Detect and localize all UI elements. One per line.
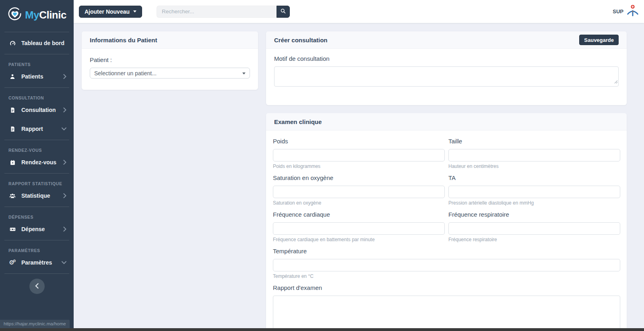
document-icon (8, 107, 17, 113)
freq-respiratoire-label: Fréquence respiratoire (448, 211, 620, 218)
users-group-icon (8, 192, 17, 199)
search-input[interactable] (157, 6, 277, 18)
exam-card-header: Examen clinique (266, 113, 627, 130)
divider (4, 273, 69, 274)
motif-textarea[interactable] (274, 66, 619, 87)
dashboard-icon (8, 40, 17, 47)
heart-logo-icon (7, 6, 23, 23)
temperature-label: Température (273, 248, 620, 254)
freq-respiratoire-input[interactable] (448, 222, 620, 235)
patient-select-value: Selectionner un patient... (94, 70, 157, 77)
rapport-examen-textarea[interactable] (273, 296, 620, 331)
poids-label: Poids (273, 138, 445, 145)
sidebar-item-label: Dépense (21, 226, 45, 232)
add-new-button[interactable]: Ajouter Nouveau (79, 6, 142, 18)
sidebar-item-depense[interactable]: Dépense (0, 221, 74, 237)
sidebar-collapse-button[interactable] (29, 279, 45, 294)
sidebar-item-consultation[interactable]: Consultation (0, 102, 74, 118)
field-poids: Poids Poids en kilogrammes (273, 138, 445, 169)
freq-cardiaque-label: Fréquence cardiaque (273, 211, 445, 218)
divider (4, 173, 69, 174)
field-taille: Taille Hauteur en centimètres (448, 138, 620, 169)
saturation-helper: Saturation en oxygène (273, 200, 445, 206)
field-freq-cardiaque: Fréquence cardiaque Fréquence cardiaque … (273, 211, 445, 242)
user-name: SUP (613, 8, 623, 14)
sidebar-item-label: Tableau de bord (21, 40, 64, 46)
user-menu[interactable]: SUP (613, 4, 639, 19)
browser-status-link: https://hajar.myclinic.ma/home (0, 320, 70, 328)
create-consultation-card: Créer consultation Sauvegarde Motif de c… (266, 31, 627, 105)
freq-cardiaque-helper: Fréquence cardiaque en battements par mi… (273, 237, 445, 242)
consultation-card-header: Créer consultation Sauvegarde (266, 31, 627, 49)
sidebar-item-patients[interactable]: Patients (0, 68, 74, 85)
saturation-input[interactable] (273, 186, 445, 198)
chevron-left-icon (35, 283, 39, 290)
calendar-icon (8, 159, 17, 166)
sidebar-section-consultation: CONSULTATION (0, 91, 74, 102)
saturation-label: Saturation en oxygène (273, 174, 445, 181)
sidebar-item-label: Paramètres (21, 259, 52, 266)
patient-select[interactable]: Selectionner un patient... (90, 68, 250, 79)
patient-select-label: Patient : (90, 56, 250, 63)
topbar: Ajouter Nouveau SUP (74, 0, 644, 23)
taille-label: Taille (448, 138, 620, 145)
save-button[interactable]: Sauvegarde (579, 35, 619, 45)
sidebar-section-rendezvous: RENDEZ-VOUS (0, 143, 74, 154)
sidebar-item-rapport[interactable]: Rapport (0, 121, 74, 137)
consultation-card-title: Créer consultation (274, 37, 328, 43)
chevron-right-icon (63, 193, 66, 198)
divider (4, 87, 69, 88)
freq-cardiaque-input[interactable] (273, 222, 445, 235)
taille-input[interactable] (448, 149, 620, 161)
search-group (157, 6, 290, 18)
app-title: MyClinic (25, 9, 66, 21)
sidebar-section-parametres: PARAMÈTRES (0, 243, 74, 254)
field-freq-respiratoire: Fréquence respiratoire Fréquence respira… (448, 211, 620, 242)
divider (4, 207, 69, 207)
ta-label: TA (448, 174, 620, 181)
divider (4, 140, 69, 140)
divider (4, 240, 69, 240)
chevron-right-icon (63, 160, 66, 165)
taille-helper: Hauteur en centimètres (448, 163, 620, 169)
resize-grip-icon[interactable] (614, 78, 618, 85)
temperature-input[interactable] (273, 259, 620, 271)
sidebar-item-rendezvous[interactable]: Rendez-vous (0, 154, 74, 170)
patient-icon (8, 73, 17, 80)
motif-label: Motif de consultation (274, 55, 619, 62)
divider (4, 54, 69, 54)
chevron-right-icon (63, 227, 66, 232)
select-caret-icon (242, 72, 246, 74)
poids-helper: Poids en kilogrammes (273, 163, 445, 169)
sidebar-item-dashboard[interactable]: Tableau de bord (0, 35, 74, 51)
bottom-window-edge (0, 328, 644, 331)
sidebar-item-label: Consultation (21, 107, 56, 113)
money-icon (8, 226, 17, 233)
chevron-down-icon (62, 127, 66, 130)
field-ta: TA Pression artérielle diastolique en mm… (448, 174, 620, 206)
caret-down-icon (133, 10, 136, 12)
freq-respiratoire-helper: Fréquence respiratoire (448, 237, 620, 242)
sidebar-item-label: Patients (21, 73, 43, 80)
sidebar-item-statistique[interactable]: Statistique (0, 188, 74, 204)
search-icon (280, 8, 286, 15)
search-button[interactable] (277, 6, 290, 18)
patient-card-title: Informations du Patient (90, 37, 157, 43)
temperature-helper: Température en °C (273, 273, 620, 279)
main-content: Informations du Patient Patient : Select… (74, 23, 644, 331)
ta-input[interactable] (448, 186, 620, 198)
sidebar-item-parametres[interactable]: ⚙⚙ Paramètres (0, 254, 74, 271)
app-logo[interactable]: MyClinic (0, 0, 74, 29)
gears-icon: ⚙⚙ (8, 259, 17, 266)
examen-clinique-card: Examen clinique Poids Poids en kilogramm… (266, 113, 627, 331)
sidebar-section-depenses: DÉPENSES (0, 210, 74, 221)
patient-info-card: Informations du Patient Patient : Select… (82, 31, 258, 90)
field-rapport-examen: Rapport d'examen (273, 284, 620, 331)
poids-input[interactable] (273, 149, 445, 161)
field-saturation: Saturation en oxygène Saturation en oxyg… (273, 174, 445, 206)
sidebar-item-label: Rendez-vous (21, 159, 56, 166)
chevron-right-icon (63, 74, 66, 79)
rapport-examen-label: Rapport d'examen (273, 284, 620, 291)
chevron-right-icon (63, 108, 66, 112)
file-report-icon (8, 126, 17, 132)
